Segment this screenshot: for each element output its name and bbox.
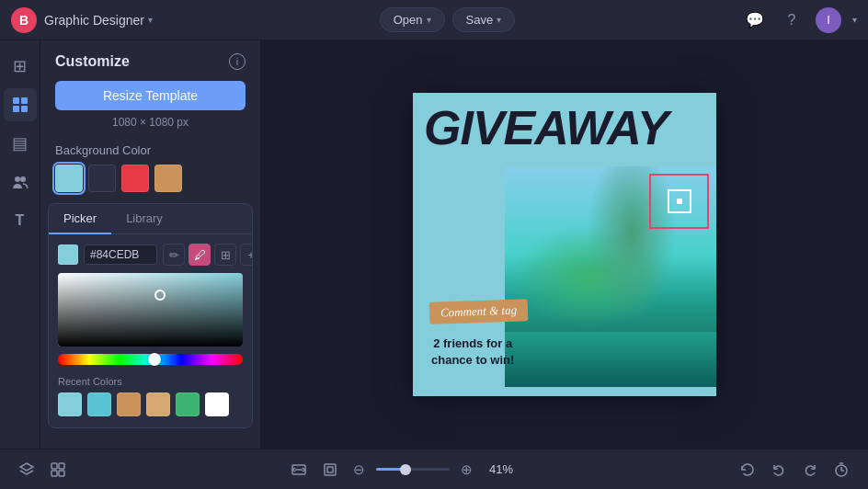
swatch-dark[interactable] [88, 165, 116, 192]
sidebar-item-layers[interactable]: ▤ [4, 127, 37, 160]
open-button[interactable]: Open ▾ [380, 7, 445, 32]
history-icon[interactable] [736, 458, 760, 482]
recent-swatch-5[interactable] [176, 392, 200, 416]
bottom-bar: ⊖ ⊕ 41% [0, 449, 868, 489]
recent-swatch-1[interactable] [58, 392, 82, 416]
bottom-center: ⊖ ⊕ 41% [287, 458, 519, 482]
fit-page-icon[interactable] [318, 458, 342, 482]
giveaway-text: GIVEAWAY [424, 104, 668, 152]
swatch-red[interactable] [121, 165, 149, 192]
topbar-right: 💬 ? I ▾ [742, 7, 857, 33]
topbar: B Graphic Designer ▾ Open ▾ Save ▾ 💬 ? I… [0, 0, 868, 40]
canvas-area[interactable]: GIVEAWAY Comment & tag 2 friends for ach… [261, 40, 868, 449]
grid-view-icon[interactable] [46, 458, 70, 482]
zoom-out-icon[interactable]: ⊖ [349, 458, 369, 482]
topbar-left: B Graphic Designer ▾ [11, 7, 153, 33]
picker-tabs: Picker Library [49, 204, 252, 234]
svg-rect-0 [13, 97, 19, 104]
hue-thumb[interactable] [148, 353, 161, 366]
chat-icon[interactable]: 💬 [742, 7, 768, 33]
zoom-in-icon[interactable]: ⊕ [457, 458, 476, 482]
fit-width-icon[interactable] [287, 458, 311, 482]
app-title-text: Graphic Designer [44, 13, 144, 28]
comment-tag-text: Comment & tag [429, 299, 529, 324]
save-chevron-icon: ▾ [497, 15, 501, 25]
zoom-percent-display: 41% [484, 462, 519, 476]
add-color-icon[interactable]: + [240, 244, 253, 266]
main-area: ⊞ ▤ T Customize i Resize Template [0, 40, 868, 449]
undo-icon[interactable] [767, 458, 791, 482]
help-icon[interactable]: ? [779, 7, 805, 33]
design-canvas[interactable]: GIVEAWAY Comment & tag 2 friends for ach… [413, 93, 716, 396]
gradient-cursor[interactable] [154, 290, 166, 301]
svg-rect-10 [59, 471, 64, 476]
sidebar-item-text[interactable]: T [4, 204, 37, 237]
user-avatar[interactable]: I [816, 7, 841, 33]
open-chevron-icon: ▾ [427, 15, 431, 25]
hex-row: ✏ 🖊 ⊞ + [49, 244, 252, 273]
friends-text: 2 friends for achance to win! [431, 335, 514, 369]
sidebar-icons: ⊞ ▤ T [0, 40, 40, 449]
panel-title: Customize [55, 53, 130, 70]
selected-color-preview[interactable] [58, 244, 78, 265]
svg-marker-6 [20, 463, 33, 471]
svg-rect-1 [21, 97, 28, 104]
svg-point-4 [15, 176, 20, 182]
panel-header: Customize i [40, 40, 260, 77]
template-size: 1080 × 1080 px [40, 116, 260, 129]
svg-point-5 [20, 176, 26, 182]
hex-tools: ✏ 🖊 ⊞ + [163, 244, 253, 266]
app-title-button[interactable]: Graphic Designer ▾ [44, 13, 153, 28]
app-logo[interactable]: B [11, 7, 37, 33]
sidebar-item-customize[interactable] [4, 88, 37, 121]
zoom-slider-thumb[interactable] [400, 464, 411, 475]
swatch-orange[interactable] [154, 165, 182, 192]
recent-swatch-3[interactable] [117, 392, 141, 416]
sidebar-item-home[interactable]: ⊞ [4, 50, 37, 83]
svg-rect-2 [13, 106, 19, 112]
svg-rect-3 [21, 106, 28, 112]
canvas-photo [505, 166, 716, 387]
bottom-left [15, 458, 70, 482]
background-color-swatches [40, 165, 260, 203]
svg-rect-9 [51, 471, 57, 476]
svg-rect-14 [327, 467, 333, 472]
recent-colors-row [49, 392, 252, 416]
background-color-label: Background Color [40, 140, 260, 165]
timer-icon[interactable] [829, 458, 853, 482]
svg-rect-7 [51, 463, 57, 469]
sidebar-item-team[interactable] [4, 165, 37, 199]
zoom-slider-wrap [376, 468, 450, 471]
recent-swatch-2[interactable] [87, 392, 111, 416]
recent-colors-label: Recent Colors [49, 372, 252, 392]
tab-picker[interactable]: Picker [49, 204, 111, 234]
grid-icon[interactable]: ⊞ [214, 244, 236, 266]
app-title-chevron-icon: ▾ [148, 15, 153, 25]
hex-input[interactable] [84, 244, 157, 265]
redo-icon[interactable] [798, 458, 822, 482]
color-picker-popup: Picker Library ✏ 🖊 ⊞ + Recent Colors [48, 203, 253, 428]
avatar-chevron-icon: ▾ [852, 15, 857, 25]
resize-template-button[interactable]: Resize Template [55, 81, 246, 110]
tab-library[interactable]: Library [111, 204, 177, 234]
pool-water [505, 332, 716, 387]
customize-panel: Customize i Resize Template 1080 × 1080 … [40, 40, 261, 449]
recent-swatch-6[interactable] [205, 392, 229, 416]
swatch-teal[interactable] [55, 165, 83, 192]
recent-swatch-4[interactable] [146, 392, 170, 416]
topbar-center: Open ▾ Save ▾ [380, 7, 515, 32]
canvas-content: GIVEAWAY Comment & tag 2 friends for ach… [413, 93, 716, 396]
pencil-icon[interactable]: 🖊 [188, 244, 211, 266]
color-gradient-picker[interactable] [58, 273, 243, 347]
bottom-right [736, 458, 853, 482]
layers-bottom-icon[interactable] [15, 458, 39, 482]
svg-rect-8 [59, 463, 64, 469]
save-button[interactable]: Save ▾ [452, 7, 516, 32]
zoom-slider[interactable] [376, 468, 450, 471]
info-icon[interactable]: i [229, 53, 246, 70]
eyedropper-icon[interactable]: ✏ [163, 244, 185, 266]
svg-rect-13 [325, 464, 336, 475]
hue-slider[interactable] [58, 354, 243, 365]
